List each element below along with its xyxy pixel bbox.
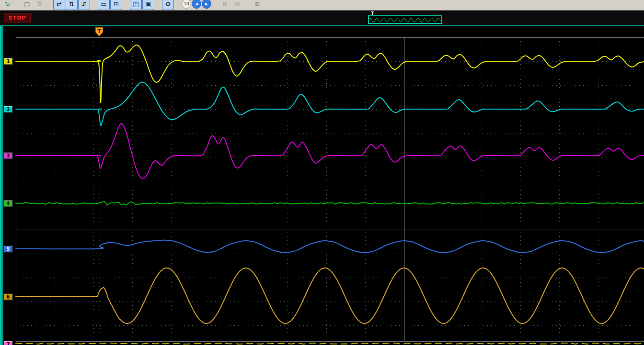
grid	[16, 37, 644, 341]
zoom-in-button[interactable]: ⊕	[219, 0, 231, 10]
channel-5-badge[interactable]: 5	[3, 245, 13, 253]
replay-previous-button[interactable]: ◄	[192, 0, 201, 9]
channel-6-badge[interactable]: 6	[3, 293, 13, 300]
channel-3-badge[interactable]: 3	[3, 152, 13, 159]
replay-previous-icon: ◄	[195, 1, 198, 6]
pan-vertical-button[interactable]: ⇅	[66, 0, 78, 10]
scope-canvas[interactable]: T	[0, 26, 644, 345]
pan-trigger-button[interactable]: ⇵	[78, 0, 90, 10]
toolbar: ↻▢☰⇄⇅⇵▭⊞◫▣⚙10◄►⊕⊖✉	[0, 0, 644, 11]
segments-count-button[interactable]: 10	[182, 0, 191, 9]
channel-1-badge[interactable]: 1	[3, 58, 13, 65]
waveform-channel-3	[16, 123, 644, 178]
replay-next-icon: ►	[205, 1, 208, 6]
pan-horizontal-icon: ⇄	[57, 0, 62, 8]
status-bar: STOP T	[0, 11, 644, 26]
save-button[interactable]: ▢	[21, 0, 33, 10]
stop-button[interactable]: STOP	[4, 13, 31, 22]
refresh-icon: ↻	[5, 0, 10, 8]
scope-view-button[interactable]: ◫	[130, 0, 142, 10]
waveform-channel-1	[16, 45, 644, 102]
trigger-marker-label: T	[98, 29, 101, 34]
overview-waveform	[369, 17, 441, 23]
waveform-channel-2	[16, 82, 644, 125]
waveform-channel-7	[16, 343, 641, 344]
refresh-button[interactable]: ↻	[1, 0, 13, 10]
pan-vertical-icon: ⇅	[69, 0, 74, 8]
xy-view-icon: ▣	[145, 0, 151, 8]
scope-view-icon: ◫	[133, 0, 138, 8]
print-icon: ☰	[37, 0, 43, 8]
waveforms	[16, 45, 644, 344]
trigger-marker[interactable]: T	[96, 28, 103, 36]
xy-view-button[interactable]: ▣	[142, 0, 154, 10]
waveform-channel-4	[16, 201, 644, 205]
waveform-channel-6	[16, 268, 644, 323]
pan-horizontal-button[interactable]: ⇄	[53, 0, 65, 10]
trigger-overview-box[interactable]	[368, 15, 442, 24]
single-pane-view-button[interactable]: ▭	[98, 0, 110, 10]
channel-7-badge[interactable]: 7	[3, 341, 13, 345]
save-icon: ▢	[24, 0, 30, 8]
trigger-overview[interactable]: T	[368, 11, 442, 25]
zoom-out-button[interactable]: ⊖	[231, 0, 243, 10]
zoom-out-icon: ⊖	[235, 0, 240, 8]
auto-setup-button[interactable]: ⚙	[162, 0, 174, 10]
print-button[interactable]: ☰	[34, 0, 46, 10]
single-pane-view-icon: ▭	[101, 0, 106, 8]
channel-4-badge[interactable]: 4	[3, 200, 13, 207]
multi-pane-view-icon: ⊞	[114, 0, 119, 8]
waveform-channel-5	[16, 240, 644, 253]
multi-pane-view-button[interactable]: ⊞	[110, 0, 122, 10]
channel-2-badge[interactable]: 2	[3, 106, 13, 113]
replay-next-button[interactable]: ►	[202, 0, 211, 9]
auto-setup-icon: ⚙	[165, 0, 171, 8]
segments-count-icon: 10	[184, 1, 189, 6]
zoom-in-icon: ⊕	[222, 0, 228, 8]
notes-icon: ✉	[254, 0, 260, 8]
notes-button[interactable]: ✉	[251, 0, 263, 10]
pan-trigger-icon: ⇵	[81, 0, 87, 8]
